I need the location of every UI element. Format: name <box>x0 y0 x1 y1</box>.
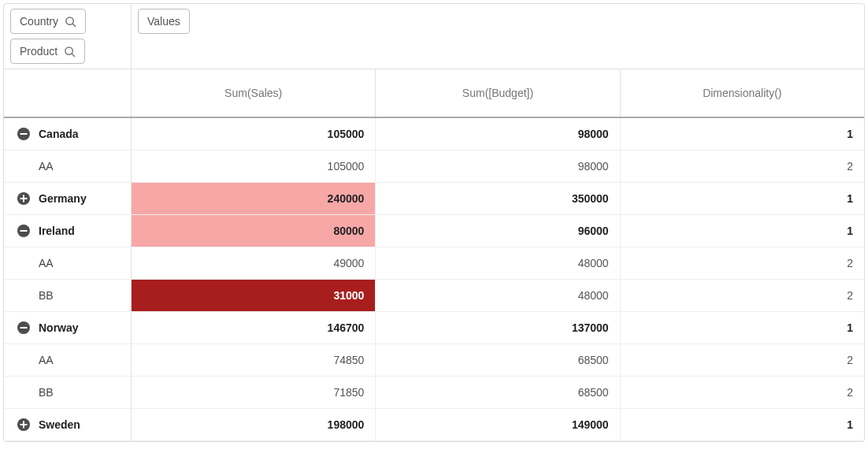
cell-budget[interactable]: 68500 <box>376 344 620 376</box>
svg-rect-8 <box>23 195 24 202</box>
collapse-icon[interactable] <box>17 127 31 141</box>
row-label-text: AA <box>39 160 54 173</box>
table-row: AA49000480002 <box>4 247 864 280</box>
column-header-dimensionality[interactable]: Dimensionality() <box>621 69 864 117</box>
row-label-text: Ireland <box>39 225 75 237</box>
cell-budget[interactable]: 350000 <box>376 183 620 214</box>
row-label-cell[interactable]: BB <box>4 280 132 311</box>
cell-dimensionality[interactable]: 1 <box>621 409 864 440</box>
column-headers-row: Sum(Sales) Sum([Budget]) Dimensionality(… <box>4 69 864 118</box>
column-header-sales[interactable]: Sum(Sales) <box>132 69 376 117</box>
expand-icon[interactable] <box>17 418 31 432</box>
table-row: Germany2400003500001 <box>4 183 864 215</box>
cell-budget[interactable]: 68500 <box>376 377 620 408</box>
cell-sales[interactable]: 49000 <box>132 247 376 279</box>
row-label-text: Germany <box>39 192 87 205</box>
collapse-icon[interactable] <box>17 321 31 335</box>
cell-dimensionality[interactable]: 2 <box>621 150 864 182</box>
row-label-cell[interactable]: AA <box>4 150 132 182</box>
column-dimensions-panel: Values <box>132 4 864 69</box>
row-label-cell[interactable]: Canada <box>4 118 132 150</box>
column-header-budget[interactable]: Sum([Budget]) <box>376 69 620 117</box>
svg-rect-15 <box>23 421 24 429</box>
row-label-text: AA <box>39 354 54 366</box>
cell-dimensionality[interactable]: 2 <box>621 377 864 408</box>
expand-icon[interactable] <box>17 191 31 206</box>
pivot-table: Country Product Values Sum(Sales) Sum([B… <box>3 3 865 442</box>
cell-budget[interactable]: 98000 <box>376 150 620 182</box>
cell-sales[interactable]: 71850 <box>132 377 376 408</box>
table-row: AA105000980002 <box>4 150 864 183</box>
cell-dimensionality[interactable]: 1 <box>621 215 864 247</box>
corner-cell <box>4 69 132 117</box>
row-label-text: BB <box>39 289 54 302</box>
cell-budget[interactable]: 98000 <box>376 118 620 150</box>
cell-dimensionality[interactable]: 2 <box>621 280 864 311</box>
table-row: Ireland80000960001 <box>4 215 864 247</box>
table-row: AA74850685002 <box>4 344 864 377</box>
table-row: Canada105000980001 <box>4 118 864 150</box>
cell-sales[interactable]: 240000 <box>132 183 376 214</box>
pivot-header-zone: Country Product Values <box>4 4 864 69</box>
cell-sales[interactable]: 198000 <box>132 409 376 440</box>
search-icon <box>64 46 76 58</box>
row-label-text: BB <box>39 386 54 399</box>
values-chip[interactable]: Values <box>138 9 190 34</box>
dimension-chip-product[interactable]: Product <box>10 39 85 64</box>
cell-sales[interactable]: 80000 <box>132 215 376 247</box>
cell-dimensionality[interactable]: 2 <box>621 344 864 376</box>
cell-budget[interactable]: 48000 <box>376 247 620 279</box>
cell-sales[interactable]: 105000 <box>132 150 376 182</box>
row-label-cell[interactable]: Norway <box>4 312 132 343</box>
cell-dimensionality[interactable]: 1 <box>621 118 864 150</box>
table-row: Sweden1980001490001 <box>4 409 864 441</box>
row-label-text: Sweden <box>39 418 80 431</box>
table-row: BB31000480002 <box>4 280 864 312</box>
row-label-text: Norway <box>39 321 79 334</box>
row-label-cell[interactable]: AA <box>4 247 132 279</box>
pivot-body: Canada105000980001AA105000980002Germany2… <box>4 118 864 441</box>
cell-budget[interactable]: 149000 <box>376 409 620 440</box>
cell-sales[interactable]: 105000 <box>132 118 376 150</box>
search-icon <box>65 16 76 28</box>
row-label-cell[interactable]: BB <box>4 377 132 408</box>
row-label-cell[interactable]: AA <box>4 344 132 376</box>
table-row: Norway1467001370001 <box>4 312 864 344</box>
cell-sales[interactable]: 146700 <box>132 312 376 343</box>
cell-dimensionality[interactable]: 2 <box>621 247 864 279</box>
row-label-cell[interactable]: Ireland <box>4 215 132 247</box>
svg-line-3 <box>72 54 76 57</box>
dimension-chip-country[interactable]: Country <box>10 9 86 34</box>
svg-rect-10 <box>20 230 28 232</box>
dimension-chip-label: Country <box>20 15 58 28</box>
row-label-cell[interactable]: Sweden <box>4 409 132 440</box>
row-label-cell[interactable]: Germany <box>4 183 132 214</box>
cell-sales[interactable]: 31000 <box>132 280 376 311</box>
cell-budget[interactable]: 96000 <box>376 215 620 247</box>
collapse-icon[interactable] <box>17 224 31 238</box>
svg-rect-5 <box>20 133 28 135</box>
svg-point-2 <box>65 46 72 54</box>
svg-point-0 <box>66 17 73 24</box>
cell-dimensionality[interactable]: 1 <box>621 183 864 214</box>
cell-dimensionality[interactable]: 1 <box>621 312 864 343</box>
table-row: BB71850685002 <box>4 377 864 409</box>
row-label-text: Canada <box>39 128 79 140</box>
svg-rect-12 <box>20 327 28 329</box>
svg-line-1 <box>72 24 76 27</box>
row-label-text: AA <box>39 257 54 269</box>
values-chip-label: Values <box>147 15 180 28</box>
cell-budget[interactable]: 48000 <box>376 280 620 311</box>
cell-sales[interactable]: 74850 <box>132 344 376 376</box>
dimension-chip-label: Product <box>20 45 57 58</box>
row-dimensions-panel: Country Product <box>4 4 132 69</box>
cell-budget[interactable]: 137000 <box>376 312 620 343</box>
